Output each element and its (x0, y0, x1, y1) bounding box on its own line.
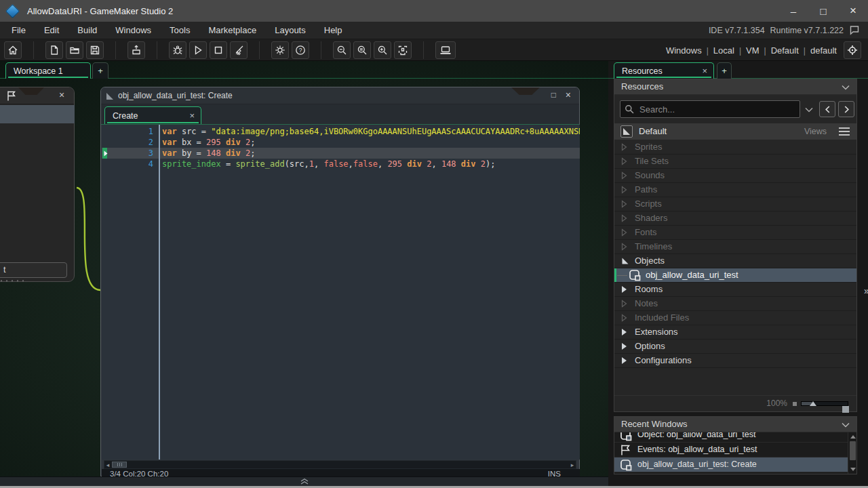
chevron-down-icon[interactable] (842, 422, 850, 428)
game-options-button[interactable] (271, 41, 289, 59)
help-button[interactable]: ? (292, 41, 309, 59)
new-project-button[interactable] (45, 41, 63, 59)
collapsed-arrow-icon[interactable] (621, 157, 627, 165)
collapsed-arrow-icon[interactable] (621, 285, 627, 293)
horizontal-scrollbar[interactable]: ◂ ▸ (104, 460, 576, 469)
search-next-button[interactable] (838, 101, 854, 117)
menu-build[interactable]: Build (77, 25, 97, 35)
target-picker-button[interactable] (844, 41, 861, 59)
collapsed-arrow-icon[interactable] (621, 143, 627, 151)
resource-objects[interactable]: Objects (614, 254, 856, 268)
code-line-3[interactable]: 3var by = 148 div 2; (102, 148, 580, 159)
resource-sprites[interactable]: Sprites (614, 140, 856, 155)
fit-windows-button[interactable] (394, 41, 412, 59)
events-window-titlebar[interactable]: × (0, 87, 74, 104)
collapsed-arrow-icon[interactable] (621, 314, 627, 322)
target-default[interactable]: default (810, 45, 837, 56)
resource-fonts[interactable]: Fonts (614, 226, 856, 240)
menu-windows[interactable]: Windows (115, 25, 151, 35)
new-workspace-tab-button[interactable]: + (92, 62, 108, 79)
zoom-out-button[interactable] (333, 41, 351, 59)
collapsed-arrow-icon[interactable] (621, 200, 627, 208)
menu-marketplace[interactable]: Marketplace (208, 25, 256, 35)
code-line-1[interactable]: 1var src = "data:image/png;base64,iVBORw… (102, 126, 580, 137)
new-panel-tab-button[interactable]: + (717, 62, 732, 79)
menu-help[interactable]: Help (324, 25, 342, 35)
menu-layouts[interactable]: Layouts (275, 25, 306, 35)
collapsed-arrow-icon[interactable] (621, 300, 627, 308)
tab-resources[interactable]: Resources × (614, 62, 714, 79)
target-vm[interactable]: VM (746, 45, 760, 56)
menu-file[interactable]: File (12, 25, 26, 35)
chevron-down-icon[interactable] (842, 85, 850, 90)
zoom-in-button[interactable] (374, 41, 391, 59)
resource-notes[interactable]: Notes (614, 297, 856, 311)
events-window-close-icon[interactable]: × (59, 89, 64, 100)
resource-scripts[interactable]: Scripts (614, 197, 856, 211)
search-filter-chevron-icon[interactable] (805, 107, 813, 113)
menu-edit[interactable]: Edit (44, 25, 59, 35)
recent-obj-allow-data-uri-test-create[interactable]: obj_allow_data_uri_test: Create (614, 458, 848, 472)
save-project-button[interactable] (86, 41, 104, 59)
editor-close-icon[interactable]: × (566, 89, 571, 100)
code-editor-window[interactable]: obj_allow_data_uri_test: Create □ × Crea… (100, 87, 580, 476)
scrollbar-thumb[interactable] (850, 441, 856, 460)
menu-tools[interactable]: Tools (170, 25, 190, 35)
target-local[interactable]: Local (713, 45, 734, 56)
resource-options[interactable]: Options (614, 340, 856, 354)
scroll-right-arrow-icon[interactable]: ▸ (569, 462, 576, 468)
scroll-left-arrow-icon[interactable]: ◂ (104, 462, 111, 468)
resource-extensions[interactable]: Extensions (614, 325, 856, 340)
target-default[interactable]: Default (771, 45, 799, 56)
collapsed-arrow-icon[interactable] (621, 328, 627, 336)
events-bottom-item[interactable]: t (0, 262, 67, 278)
debug-button[interactable] (169, 41, 186, 59)
collapsed-arrow-icon[interactable] (621, 171, 627, 180)
overflow-marker[interactable]: » (864, 285, 868, 296)
code-line-4[interactable]: 4sprite_index = sprite_add(src,1, false,… (102, 159, 580, 169)
collapsed-arrow-icon[interactable] (621, 342, 627, 350)
views-label[interactable]: Views (804, 127, 827, 136)
resource-shaders[interactable]: Shaders (614, 211, 856, 226)
resource-root-row[interactable]: Default Views (614, 123, 856, 140)
code-lines[interactable]: 1var src = "data:image/png;base64,iVBORw… (102, 125, 580, 460)
target-windows[interactable]: Windows (666, 45, 702, 56)
close-button[interactable]: × (838, 0, 868, 22)
tab-create[interactable]: Create × (104, 106, 201, 124)
scrollbar-thumb[interactable] (112, 462, 127, 468)
stop-button[interactable] (210, 41, 227, 59)
clean-button[interactable] (230, 41, 248, 59)
collapsed-arrow-icon[interactable] (621, 243, 627, 251)
events-selected-row[interactable] (0, 105, 75, 123)
resource-tile-sets[interactable]: Tile Sets (614, 155, 856, 169)
scroll-up-arrow-icon[interactable] (850, 435, 856, 439)
resource-timelines[interactable]: Timelines (614, 240, 856, 254)
resource-included-files[interactable]: Included Files (614, 311, 856, 325)
resource-configurations[interactable]: Configurations (614, 354, 856, 368)
resources-tab-close-icon[interactable]: × (702, 66, 707, 76)
search-input[interactable] (620, 100, 800, 118)
zoom-slider-thumb[interactable] (810, 401, 816, 406)
recent-scrollbar[interactable] (848, 432, 856, 474)
editor-maximize-icon[interactable]: □ (551, 90, 556, 100)
create-executable-button[interactable] (127, 41, 145, 59)
collapse-triangle-icon[interactable] (106, 93, 113, 100)
open-project-button[interactable] (66, 41, 83, 59)
expanded-arrow-icon[interactable] (621, 257, 629, 265)
collapsed-arrow-icon[interactable] (621, 357, 627, 365)
collapsed-arrow-icon[interactable] (621, 228, 627, 237)
home-button[interactable] (4, 41, 22, 59)
run-button[interactable] (189, 41, 207, 59)
window-notch[interactable] (511, 87, 540, 95)
minimize-button[interactable]: – (778, 0, 808, 22)
zoom-in-handle[interactable] (842, 406, 849, 413)
zoom-reset-button[interactable] (353, 41, 371, 59)
create-tab-close-icon[interactable]: × (189, 110, 195, 121)
window-notch[interactable] (18, 87, 44, 95)
editor-titlebar[interactable]: obj_allow_data_uri_test: Create □ × (101, 87, 579, 104)
hamburger-menu-icon[interactable] (839, 127, 850, 136)
scroll-down-arrow-icon[interactable] (850, 468, 856, 471)
feedback-bubble-icon[interactable] (849, 25, 860, 35)
workspace-bottom-expander[interactable] (0, 476, 608, 486)
events-window-partial[interactable]: × t (0, 87, 75, 282)
